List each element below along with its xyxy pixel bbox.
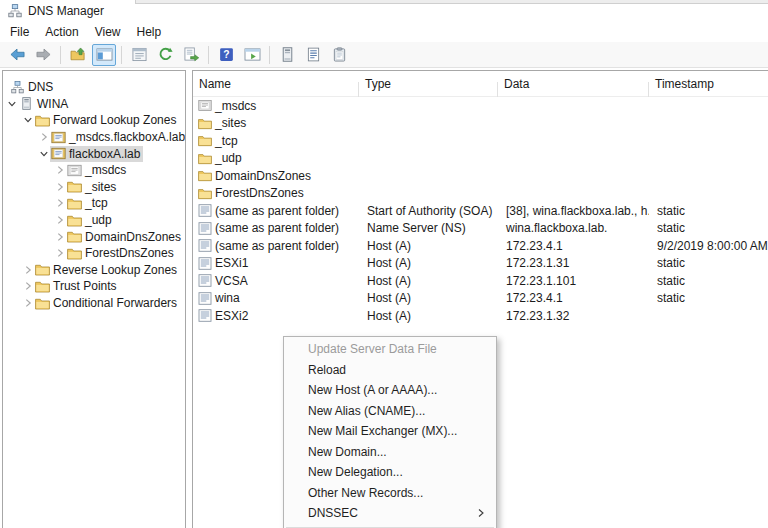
list-row-tcp[interactable]: _tcp xyxy=(193,132,768,150)
list-row-sites[interactable]: _sites xyxy=(193,115,768,133)
menu-item-label: Other New Records... xyxy=(308,486,423,500)
chevron-right-icon[interactable] xyxy=(54,247,66,259)
list-row-same-as-parent-folder[interactable]: (same as parent folder)Host (A)172.23.4.… xyxy=(193,237,768,255)
show-console-tree-button[interactable] xyxy=(92,44,116,66)
new-window-button[interactable] xyxy=(240,44,264,66)
row-type: Host (A) xyxy=(359,256,498,270)
toolbar-separator xyxy=(60,46,61,64)
tree-item-flackboxa-lab[interactable]: flackboxA.lab xyxy=(3,145,185,162)
tree-item-wina[interactable]: WINA xyxy=(3,96,185,113)
menu-item-label: Update Server Data File xyxy=(308,342,437,356)
dns-manager-app-icon xyxy=(8,4,22,18)
context-menu-item-new-delegation[interactable]: New Delegation... xyxy=(284,462,496,483)
row-timestamp: static xyxy=(649,221,768,235)
help-button[interactable] xyxy=(214,44,238,66)
list-row-same-as-parent-folder[interactable]: (same as parent folder)Start of Authorit… xyxy=(193,202,768,220)
back-button[interactable] xyxy=(5,44,29,66)
context-menu-item-new-host-a-or-aaaa[interactable]: New Host (A or AAAA)... xyxy=(284,380,496,401)
tree-item-msdcs-flackboxa-lab[interactable]: _msdcs.flackboxA.lab xyxy=(3,129,185,146)
tree-item-domaindnszones[interactable]: DomainDnsZones xyxy=(3,228,185,245)
chevron-right-icon[interactable] xyxy=(54,181,66,193)
tree-item-label: DomainDnsZones xyxy=(85,230,181,244)
context-menu: Update Server Data FileReloadNew Host (A… xyxy=(283,336,497,528)
refresh-button[interactable] xyxy=(153,44,177,66)
record-icon xyxy=(198,309,212,322)
zone-gray-icon xyxy=(198,99,212,112)
row-name: wina xyxy=(215,291,240,305)
folder-icon xyxy=(35,114,50,127)
forward-button[interactable] xyxy=(31,44,55,66)
zone-icon xyxy=(51,131,66,144)
tree-node: _tcp xyxy=(66,195,111,211)
tree-item-tcp[interactable]: _tcp xyxy=(3,195,185,212)
row-name-cell: _msdcs xyxy=(193,99,359,113)
list-row-forestdnszones[interactable]: ForestDnsZones xyxy=(193,185,768,203)
menu-file[interactable]: File xyxy=(2,22,37,42)
context-menu-item-other-new-records[interactable]: Other New Records... xyxy=(284,483,496,504)
chevron-right-icon[interactable] xyxy=(22,264,34,276)
background-window-edge xyxy=(135,0,768,4)
tree-item-msdcs[interactable]: _msdcs xyxy=(3,162,185,179)
context-menu-item-reload[interactable]: Reload xyxy=(284,360,496,381)
tree-item-label: _tcp xyxy=(85,196,108,210)
tree-node: Reverse Lookup Zones xyxy=(34,262,180,278)
menu-help[interactable]: Help xyxy=(129,22,170,42)
record-icon xyxy=(198,292,212,305)
console-tree-pane[interactable]: DNSWINAForward Lookup Zones_msdcs.flackb… xyxy=(2,70,186,528)
export-list-button[interactable] xyxy=(179,44,203,66)
column-header-timestamp[interactable]: Timestamp xyxy=(649,77,768,91)
tree-item-udp[interactable]: _udp xyxy=(3,212,185,229)
tree-item-dns[interactable]: DNS xyxy=(3,79,185,96)
list-row-udp[interactable]: _udp xyxy=(193,150,768,168)
chevron-right-icon[interactable] xyxy=(54,214,66,226)
tree-item-trust-points[interactable]: Trust Points xyxy=(3,278,185,295)
server-button[interactable] xyxy=(275,44,299,66)
tree-item-reverse-lookup-zones[interactable]: Reverse Lookup Zones xyxy=(3,262,185,279)
context-menu-item-update-server-data-file[interactable]: Update Server Data File xyxy=(284,339,496,360)
tree-node: _msdcs.flackboxA.lab xyxy=(50,129,186,145)
list-row-esxi1[interactable]: ESXi1Host (A)172.23.1.31static xyxy=(193,255,768,273)
chevron-right-icon[interactable] xyxy=(54,197,66,209)
up-one-level-button[interactable] xyxy=(66,44,90,66)
chevron-down-icon[interactable] xyxy=(38,148,50,160)
properties-button[interactable] xyxy=(127,44,151,66)
context-menu-item-dnssec[interactable]: DNSSEC xyxy=(284,503,496,524)
list-row-wina[interactable]: winaHost (A)172.23.4.1static xyxy=(193,290,768,308)
tree-item-forward-lookup-zones[interactable]: Forward Lookup Zones xyxy=(3,112,185,129)
context-menu-item-new-alias-cname[interactable]: New Alias (CNAME)... xyxy=(284,401,496,422)
context-menu-item-new-mail-exchanger-mx[interactable]: New Mail Exchanger (MX)... xyxy=(284,421,496,442)
export-list-icon xyxy=(183,47,200,62)
chevron-right-icon[interactable] xyxy=(38,131,50,143)
list-row-esxi2[interactable]: ESXi2Host (A)172.23.1.32 xyxy=(193,307,768,325)
menu-action[interactable]: Action xyxy=(37,22,86,42)
column-header-type[interactable]: Type xyxy=(359,77,498,91)
menu-item-label: New Alias (CNAME)... xyxy=(308,404,425,418)
list-row-same-as-parent-folder[interactable]: (same as parent folder)Name Server (NS)w… xyxy=(193,220,768,238)
chevron-right-icon[interactable] xyxy=(54,164,66,176)
tree-item-sites[interactable]: _sites xyxy=(3,179,185,196)
list-row-domaindnszones[interactable]: DomainDnsZones xyxy=(193,167,768,185)
row-name-cell: ForestDnsZones xyxy=(193,186,359,200)
clipboard-button[interactable] xyxy=(327,44,351,66)
chevron-right-icon[interactable] xyxy=(22,297,34,309)
row-name-cell: VCSA xyxy=(193,274,359,288)
tree-item-label: WINA xyxy=(37,97,68,111)
tree-item-label: ForestDnsZones xyxy=(85,246,174,260)
row-name-cell: _sites xyxy=(193,116,359,130)
menu-view[interactable]: View xyxy=(87,22,129,42)
chevron-right-icon[interactable] xyxy=(22,280,34,292)
chevron-down-icon[interactable] xyxy=(6,98,18,110)
tree-item-conditional-forwarders[interactable]: Conditional Forwarders xyxy=(3,295,185,312)
record-list-button[interactable] xyxy=(301,44,325,66)
record-icon xyxy=(198,222,212,235)
list-row-msdcs[interactable]: _msdcs xyxy=(193,97,768,115)
chevron-right-icon[interactable] xyxy=(54,231,66,243)
list-row-vcsa[interactable]: VCSAHost (A)172.23.1.101static xyxy=(193,272,768,290)
context-menu-item-new-domain[interactable]: New Domain... xyxy=(284,442,496,463)
column-header-name[interactable]: Name xyxy=(193,77,359,91)
tree-item-forestdnszones[interactable]: ForestDnsZones xyxy=(3,245,185,262)
column-header-data[interactable]: Data xyxy=(498,77,649,91)
folder-icon xyxy=(198,134,212,147)
menu-item-label: New Host (A or AAAA)... xyxy=(308,383,437,397)
chevron-down-icon[interactable] xyxy=(22,114,34,126)
